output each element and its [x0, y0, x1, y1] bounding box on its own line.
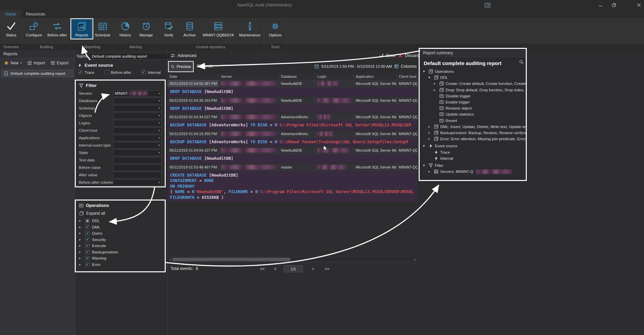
- checkbox-before-after[interactable]: Before-after: [104, 70, 131, 74]
- checkbox-checked-icon[interactable]: ✓: [85, 231, 90, 236]
- scrollbar-thumb[interactable]: [172, 258, 290, 261]
- checkbox-checked-icon[interactable]: ✓: [85, 250, 90, 254]
- event-row[interactable]: 05/11/2019 01:54:34.527 PMAdventureWorks…: [167, 114, 418, 121]
- filter-applications-dropdown[interactable]: ▾: [113, 135, 162, 141]
- collapse-arrow-icon[interactable]: ▾: [423, 164, 427, 167]
- checkbox-checked-icon[interactable]: ✓: [85, 256, 90, 261]
- summary-node-dml[interactable]: ▸DML: Insert, Update, Delete, Write text…: [420, 124, 526, 130]
- expand-all-button[interactable]: Expand all: [76, 210, 165, 218]
- expand-arrow-icon[interactable]: ▸: [79, 219, 83, 222]
- preview-button[interactable]: Preview: [169, 62, 192, 71]
- expand-arrow-icon[interactable]: ▸: [428, 170, 432, 173]
- expand-arrow-icon[interactable]: ▸: [79, 225, 83, 229]
- first-page-button[interactable]: <<: [257, 265, 268, 272]
- event-row[interactable]: 05/11/2019 01:54:39.163 PMNewAuditDBMicr…: [167, 97, 418, 104]
- expand-arrow-icon[interactable]: ▸: [434, 82, 438, 85]
- summary-node-filter[interactable]: ▾Filter: [420, 162, 526, 169]
- summary-node-ddl[interactable]: ▾DDL: [420, 74, 526, 81]
- summary-node-servers[interactable]: ▸Servers: MININT-Q: [420, 169, 526, 175]
- ribbon-item-before-after[interactable]: Before-after: [45, 19, 70, 38]
- summary-node-error[interactable]: ▸Error: Error attention, Missing join pr…: [420, 136, 526, 142]
- expand-arrow-icon[interactable]: ▸: [79, 263, 83, 266]
- column-header-client-host[interactable]: Client host: [397, 73, 418, 80]
- operation-item-query[interactable]: ▸✓Query: [76, 230, 165, 237]
- column-header-server[interactable]: Server: [219, 73, 279, 80]
- operation-item-dml[interactable]: ▸✓DML: [76, 224, 165, 231]
- advanced-toggle[interactable]: Advanced: [170, 53, 196, 58]
- summary-node-event-source[interactable]: ▾Event source: [420, 143, 526, 149]
- filter-internal-event-type-dropdown[interactable]: ▾: [113, 142, 162, 149]
- expand-arrow-icon[interactable]: ▸: [79, 232, 83, 235]
- column-header-database[interactable]: Database: [279, 73, 315, 80]
- checkbox-internal[interactable]: ✓Internal: [141, 70, 161, 74]
- summary-node-backup-restore[interactable]: ▸Backup/restore: Backup, Restore, Restor…: [420, 130, 526, 136]
- checkbox-partial-icon[interactable]: [85, 219, 90, 223]
- expand-arrow-icon[interactable]: ▸: [79, 244, 83, 247]
- collapse-arrow-icon[interactable]: ▾: [423, 70, 427, 73]
- filter-before-value-input[interactable]: [113, 164, 162, 171]
- collapse-arrow-icon[interactable]: ▾: [428, 76, 432, 79]
- filter-state-dropdown[interactable]: ▾: [113, 150, 162, 156]
- export-button[interactable]: Export: [49, 60, 71, 66]
- date-range-picker[interactable]: 5/11/2019 1:50 PM - 5/12/2019 12:00 AM ▾: [314, 64, 396, 69]
- checkbox-checked-icon[interactable]: ✓: [85, 237, 90, 242]
- filter-schemas-dropdown[interactable]: ▾: [113, 105, 162, 112]
- collapse-arrow-icon[interactable]: ▾: [423, 144, 427, 148]
- ribbon-item-status[interactable]: Status: [1, 19, 22, 38]
- column-header-application[interactable]: Application: [354, 73, 397, 80]
- ribbon-item-options[interactable]: Options: [265, 19, 286, 38]
- expand-arrow-icon[interactable]: ▸: [434, 88, 438, 92]
- summary-node-trace[interactable]: ▸Trace: [420, 149, 526, 155]
- ribbon-item-minint-qqbe87a[interactable]: MININT-QQBE87A: [200, 19, 236, 38]
- filter-logins-dropdown[interactable]: ▾: [113, 120, 162, 126]
- filter-client-host-dropdown[interactable]: ▾: [113, 127, 162, 134]
- next-page-button[interactable]: >: [309, 265, 318, 272]
- operation-item-backup-restore[interactable]: ▸✓Backup/restore: [76, 249, 165, 255]
- summary-node-revert[interactable]: ▸Revert: [420, 118, 526, 124]
- ribbon-item-configure[interactable]: Configure: [23, 19, 45, 38]
- tab-resources[interactable]: Resources: [21, 10, 50, 18]
- filter-before-after-column-dropdown[interactable]: ▾: [113, 179, 162, 186]
- checkbox-checked-icon[interactable]: ✓: [85, 262, 90, 267]
- horizontal-scrollbar[interactable]: ◄ ►: [167, 257, 418, 262]
- discard-button[interactable]: Discard: [398, 53, 419, 58]
- tab-home[interactable]: Home: [0, 10, 21, 18]
- event-row[interactable]: 05/11/2019 01:54:59.387 PMNewAuditDBMicr…: [167, 80, 418, 87]
- summary-node-rename-object[interactable]: ▸Rename object: [420, 105, 526, 111]
- column-header-login[interactable]: Login: [315, 73, 354, 80]
- operation-item-ddl[interactable]: ▸DDL: [76, 218, 165, 224]
- expand-arrow-icon[interactable]: ▸: [428, 131, 432, 134]
- event-row[interactable]: 05/11/2019 01:54:19.290 PMAdventureWorks…: [167, 130, 418, 138]
- close-icon[interactable]: [634, 1, 644, 9]
- summary-node-internal[interactable]: ▸Internal: [420, 155, 526, 161]
- expand-arrow-icon[interactable]: ▸: [79, 256, 83, 260]
- expand-arrow-icon[interactable]: ▸: [428, 137, 432, 141]
- operation-item-execute[interactable]: ▸✓Execute: [76, 243, 165, 249]
- ribbon-item-verify[interactable]: Verify: [158, 19, 179, 38]
- expand-arrow-icon[interactable]: ▸: [79, 250, 83, 254]
- restore-icon[interactable]: [609, 1, 619, 9]
- checkbox-checked-icon[interactable]: ✓: [85, 244, 90, 248]
- expand-arrow-icon[interactable]: ▸: [79, 238, 83, 241]
- new-button[interactable]: New▾: [2, 60, 24, 66]
- report-name-input[interactable]: Default complete auditing report: [90, 53, 171, 60]
- ribbon-item-reports[interactable]: Reports: [71, 19, 92, 38]
- operation-item-security[interactable]: ▸✓Security: [76, 237, 165, 243]
- filter-servers-dropdown[interactable]: MININT-▾: [113, 90, 162, 97]
- summary-node-create[interactable]: ▸Create: Create default, Create function…: [420, 81, 526, 87]
- event-row[interactable]: 05/11/2019 01:53:48.497 PMmasterMicrosof…: [167, 164, 418, 171]
- expand-arrow-icon[interactable]: ▸: [428, 125, 432, 128]
- filter-databases-dropdown[interactable]: ▾: [113, 98, 162, 104]
- report-list-item[interactable]: Default complete auditing report: [1, 70, 73, 77]
- generate-button[interactable]: Generate ▾: [197, 64, 217, 68]
- ribbon-item-archive[interactable]: Archive: [179, 19, 200, 38]
- search-icon[interactable]: [519, 60, 524, 64]
- event-row[interactable]: 05/11/2019 01:54:04.107 PMNewAuditDBMicr…: [167, 147, 418, 154]
- filter-objects-dropdown[interactable]: ▾: [113, 113, 162, 119]
- last-page-button[interactable]: >>: [321, 265, 333, 272]
- checkbox-trace[interactable]: ✓Trace: [78, 70, 94, 74]
- prev-page-button[interactable]: <: [271, 265, 280, 272]
- filter-after-value-input[interactable]: [113, 172, 162, 178]
- checkbox-checked-icon[interactable]: ✓: [85, 225, 90, 229]
- ribbon-item-manage[interactable]: Manage: [136, 19, 157, 38]
